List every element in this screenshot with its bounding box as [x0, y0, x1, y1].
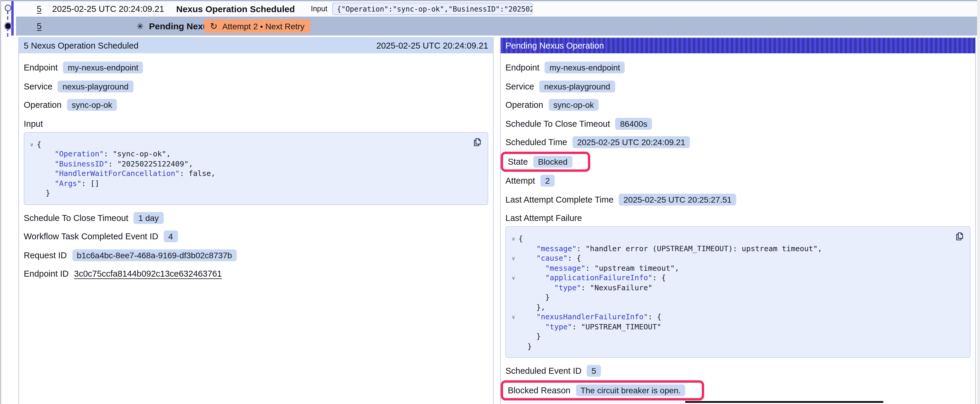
field-label: Service [506, 81, 534, 91]
code-gutter [508, 293, 519, 303]
timeline-current-node-icon[interactable] [5, 23, 11, 29]
field-label: Endpoint [24, 63, 58, 72]
field-label: Input [24, 119, 43, 128]
event-input-preview-chip[interactable]: {"Operation":"sync-op-ok","BusinessID":"… [332, 3, 533, 15]
field-value-chip: nexus-playground [58, 80, 134, 92]
code-gutter [27, 149, 37, 159]
code-gutter [508, 263, 519, 273]
code-line: "message": "handler error (UPSTREAM_TIME… [508, 244, 964, 253]
copy-icon [955, 231, 964, 241]
field-label: Service [24, 81, 52, 91]
event-detail-panel: 5 Nexus Operation Scheduled 2025-02-25 U… [18, 37, 493, 404]
timeline-open-node-icon[interactable] [5, 5, 11, 11]
field-label: Last Attempt Failure [506, 213, 582, 223]
field-value-chip: sync-op-ok [67, 99, 117, 111]
field-schedule-to-close-timeout: Schedule To Close Timeout 86400s [506, 117, 652, 130]
failure-json-code: ∨{ "message": "handler error (UPSTREAM_T… [508, 234, 964, 351]
copy-button[interactable] [955, 231, 964, 241]
code-line-text: } [519, 332, 541, 342]
code-gutter [27, 159, 37, 169]
event-id-link[interactable]: 5 [37, 4, 41, 14]
code-gutter [508, 322, 519, 332]
field-scheduled-time: Scheduled Time 2025-02-25 UTC 20:24:09.2… [506, 136, 690, 148]
event-name: Nexus Operation Scheduled [176, 4, 295, 14]
field-scheduled-event-id: Scheduled Event ID 5 [506, 365, 601, 377]
field-schedule-to-close-timeout: Schedule To Close Timeout 1 day [24, 212, 164, 223]
panel-title: Pending Nexus Operation [506, 41, 604, 50]
blocked-reason-annotation-highlight: Blocked Reason The circuit breaker is op… [501, 380, 705, 400]
code-line-text: { [37, 139, 41, 149]
code-line: } [508, 293, 964, 303]
retry-icon: ↻ [210, 22, 217, 30]
collapse-caret-icon[interactable]: ∨ [508, 312, 519, 322]
field-label: Operation [24, 100, 61, 109]
code-line-text: { [519, 234, 523, 244]
code-gutter [27, 179, 37, 189]
field-label: Workflow Task Completed Event ID [24, 231, 158, 241]
input-json-code: ∨{ "Operation": "sync-op-ok", "BusinessI… [27, 139, 482, 198]
field-workflow-task-completed-event-id: Workflow Task Completed Event ID 4 [24, 230, 178, 242]
code-line: }, [508, 303, 964, 312]
collapse-caret-icon[interactable]: ∨ [508, 273, 519, 283]
field-operation: Operation sync-op-ok [506, 99, 598, 111]
code-line-text: "nexusHandlerFailureInfo": { [519, 312, 662, 322]
field-label: Scheduled Time [506, 138, 567, 147]
field-input-label: Input [24, 117, 43, 130]
failure-json-viewer: ∨{ "message": "handler error (UPSTREAM_T… [506, 226, 970, 358]
code-line: "type": "NexusFailure" [508, 283, 964, 293]
code-line-text: "cause": { [519, 253, 581, 263]
code-line: "BusinessID": "20250225122409", [27, 159, 482, 169]
code-line: ∨ "cause": { [508, 253, 964, 263]
pending-id-link[interactable]: 5 [37, 21, 41, 31]
collapse-caret-icon[interactable]: ∨ [508, 253, 519, 263]
code-line-text: "message": "upstream timeout", [519, 263, 679, 273]
timeline-selection-bar [11, 1, 13, 36]
code-line: ∨{ [27, 139, 482, 149]
collapse-caret-icon[interactable]: ∨ [508, 234, 519, 244]
code-line-text: } [519, 293, 550, 303]
field-operation: Operation sync-op-ok [24, 99, 117, 111]
pending-operation-row[interactable]: 5 ✳Pending Nexus Operation ↻Attempt 2 • … [16, 17, 977, 36]
event-timestamp: 2025-02-25 UTC 20:24:09.21 [52, 4, 164, 14]
code-line: ∨ "applicationFailureInfo": { [508, 273, 964, 283]
field-label: Request ID [24, 250, 67, 260]
endpoint-id-link[interactable]: 3c0c75ccfa8144b092c13ce632463761 [74, 269, 222, 279]
state-annotation-highlight: State Blocked [501, 151, 590, 171]
collapse-caret-icon[interactable]: ∨ [27, 139, 37, 149]
code-line: "HandlerWaitForCancellation": false, [27, 169, 482, 179]
field-value-chip: my-nexus-endpoint [63, 62, 143, 73]
copy-button[interactable] [473, 137, 482, 147]
field-label: Endpoint ID [24, 269, 69, 279]
field-endpoint: Endpoint my-nexus-endpoint [24, 62, 143, 73]
code-line-text: "Operation": "sync-op-ok", [37, 149, 171, 159]
pending-operation-header: Pending Nexus Operation [501, 38, 975, 53]
nexus-operation-icon: ✳ [137, 22, 143, 31]
code-gutter [27, 189, 37, 198]
state-value-chip: Blocked [533, 155, 573, 167]
event-detail-header: 5 Nexus Operation Scheduled 2025-02-25 U… [19, 38, 493, 53]
code-line-text: } [519, 342, 532, 351]
event-timeline [0, 0, 16, 38]
panel-timestamp: 2025-02-25 UTC 20:24:09.21 [376, 41, 488, 50]
code-gutter [27, 169, 37, 179]
code-line: ∨{ [508, 234, 964, 244]
code-line: "message": "upstream timeout", [508, 263, 964, 273]
scrollbar-track[interactable] [977, 0, 980, 404]
input-json-viewer: ∨{ "Operation": "sync-op-ok", "BusinessI… [24, 132, 488, 205]
code-line-text: "HandlerWaitForCancellation": false, [37, 169, 215, 179]
code-gutter [508, 342, 519, 351]
field-label: Last Attempt Complete Time [506, 195, 613, 204]
field-label: Schedule To Close Timeout [24, 213, 129, 222]
event-row-scheduled[interactable]: 5 2025-02-25 UTC 20:24:09.21 Nexus Opera… [16, 1, 977, 17]
field-value-chip: 2025-02-25 UTC 20:24:09.21 [573, 136, 690, 148]
field-label: Scheduled Event ID [506, 366, 581, 375]
field-label: Blocked Reason [508, 385, 570, 395]
code-line-text: } [37, 189, 50, 198]
field-request-id: Request ID b1c6a4bc-8ee7-468a-9169-df3b0… [24, 249, 237, 261]
field-value-chip: nexus-playground [539, 80, 615, 92]
code-line-text: "type": "NexusFailure" [519, 283, 652, 293]
field-label: Operation [506, 100, 543, 109]
copy-icon [473, 137, 482, 147]
field-value-chip: 4 [164, 230, 178, 242]
code-gutter [508, 283, 519, 293]
